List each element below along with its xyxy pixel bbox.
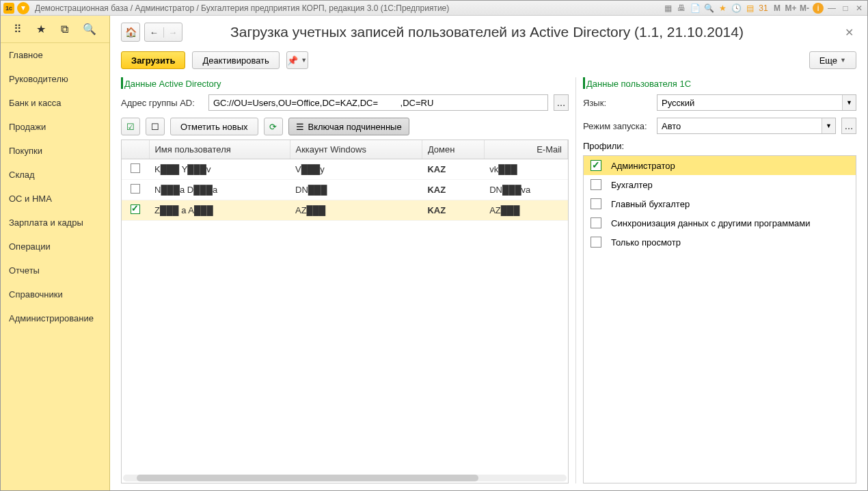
cell-domain: KAZ bbox=[422, 159, 484, 180]
settings-dropdown[interactable]: 📌▼ bbox=[286, 51, 308, 69]
mode-input[interactable] bbox=[657, 118, 822, 133]
lang-input[interactable] bbox=[657, 95, 842, 110]
sidebar-item-11[interactable]: Администрирование bbox=[1, 306, 109, 330]
sidebar-item-2[interactable]: Банк и касса bbox=[1, 91, 109, 115]
sidebar-toolbar: ⠿ ★ ⧉ 🔍 bbox=[1, 16, 109, 43]
refresh-button[interactable]: ⟳ bbox=[264, 118, 283, 135]
mode-combo[interactable]: ▼ bbox=[657, 118, 836, 134]
lang-combo[interactable]: ▼ bbox=[657, 94, 856, 111]
calc-icon[interactable]: ▤ bbox=[744, 3, 755, 14]
minimize-button[interactable]: — bbox=[826, 3, 837, 14]
profile-label: Бухгалтер bbox=[611, 180, 653, 190]
mode-picker[interactable]: … bbox=[841, 118, 856, 134]
close-window-button[interactable]: ✕ bbox=[854, 3, 865, 14]
profile-row[interactable]: Бухгалтер bbox=[584, 175, 856, 194]
window-title: Демонстрационная база / Администратор / … bbox=[35, 3, 662, 13]
profile-row[interactable]: Администратор bbox=[584, 156, 856, 175]
cell-user: K███ Y███v bbox=[149, 159, 290, 180]
ad-row[interactable]: N███a D███a DN███ KAZ DN███va bbox=[122, 180, 568, 200]
tool-icon-1[interactable]: ▦ bbox=[662, 3, 673, 14]
tool-icon-3[interactable]: 📄 bbox=[690, 3, 701, 14]
profiles-list[interactable]: Администратор Бухгалтер Главный бухгалте… bbox=[583, 155, 856, 483]
sidebar-item-1[interactable]: Руководителю bbox=[1, 67, 109, 91]
ad-users-grid[interactable]: Имя пользователя Аккаунт Windows Домен E… bbox=[121, 140, 569, 483]
more-button[interactable]: Еще ▼ bbox=[809, 51, 856, 69]
grid-hscroll[interactable] bbox=[123, 475, 567, 481]
favorite-icon[interactable]: ★ bbox=[717, 3, 728, 14]
sidebar-item-3[interactable]: Продажи bbox=[1, 115, 109, 139]
col-check[interactable] bbox=[122, 140, 149, 159]
ad-toolbar: ☑ ☐ Отметить новых ⟳ ☰ Включая подчиненн… bbox=[121, 118, 569, 135]
tool-icon-2[interactable]: 🖶 bbox=[676, 3, 687, 14]
lang-combo-arrow[interactable]: ▼ bbox=[842, 95, 856, 110]
search-icon[interactable]: 🔍 bbox=[83, 23, 96, 36]
profile-checkbox[interactable] bbox=[591, 179, 601, 190]
profile-row[interactable]: Синхронизация данных с другими программа… bbox=[584, 213, 856, 233]
calendar-icon[interactable]: 31 bbox=[758, 3, 769, 14]
row-checkbox[interactable] bbox=[131, 204, 140, 214]
content: 🏠 ← → Загрузка учетных записей пользоват… bbox=[110, 16, 867, 490]
sidebar-item-0[interactable]: Главное bbox=[1, 43, 109, 67]
include-sub-toggle[interactable]: ☰ Включая подчиненные bbox=[288, 118, 409, 135]
profile-row[interactable]: Только просмотр bbox=[584, 233, 856, 252]
sidebar-item-10[interactable]: Справочники bbox=[1, 282, 109, 306]
m-button[interactable]: M bbox=[772, 3, 783, 14]
sidebar: ⠿ ★ ⧉ 🔍 ГлавноеРуководителюБанк и кассаП… bbox=[1, 16, 110, 490]
user1c-section-title: Данные пользователя 1С bbox=[583, 77, 856, 89]
sidebar-item-5[interactable]: Склад bbox=[1, 163, 109, 187]
col-account[interactable]: Аккаунт Windows bbox=[290, 140, 422, 159]
star-icon[interactable]: ★ bbox=[36, 23, 46, 36]
mark-new-button[interactable]: Отметить новых bbox=[170, 118, 258, 135]
load-button[interactable]: Загрузить bbox=[121, 51, 185, 69]
sidebar-item-9[interactable]: Отчеты bbox=[1, 258, 109, 282]
col-user[interactable]: Имя пользователя bbox=[149, 140, 290, 159]
cell-user: Z███ a A███ bbox=[149, 200, 290, 221]
profiles-label: Профили: bbox=[583, 141, 856, 151]
row-checkbox[interactable] bbox=[131, 163, 140, 173]
check-all-button[interactable]: ☑ bbox=[121, 118, 140, 135]
cell-domain: KAZ bbox=[422, 180, 484, 200]
mplus-button[interactable]: M+ bbox=[785, 3, 796, 14]
profile-checkbox[interactable] bbox=[591, 160, 601, 171]
cell-account: V███y bbox=[290, 159, 422, 180]
profile-label: Синхронизация данных с другими программа… bbox=[611, 218, 811, 228]
col-domain[interactable]: Домен bbox=[422, 140, 484, 159]
profile-checkbox[interactable] bbox=[591, 237, 601, 248]
page-title: Загрузка учетных записей пользователей и… bbox=[132, 24, 842, 40]
col-email[interactable]: E-Mail bbox=[484, 140, 567, 159]
profile-label: Администратор bbox=[611, 161, 675, 171]
ad-address-picker[interactable]: … bbox=[554, 94, 569, 111]
uncheck-all-button[interactable]: ☐ bbox=[146, 118, 165, 135]
mminus-button[interactable]: M- bbox=[799, 3, 810, 14]
cell-email: AZ███ bbox=[484, 200, 567, 221]
ad-row[interactable]: K███ Y███v V███y KAZ vk███ bbox=[122, 159, 568, 180]
app-menu-dropdown[interactable]: ▼ bbox=[17, 2, 29, 14]
profile-label: Только просмотр bbox=[611, 237, 681, 248]
sidebar-item-4[interactable]: Покупки bbox=[1, 139, 109, 163]
ad-address-input[interactable] bbox=[208, 94, 548, 111]
tool-icon-4[interactable]: 🔍 bbox=[703, 3, 714, 14]
titlebar-toolbar: ▦ 🖶 📄 🔍 ★ 🕓 ▤ 31 M M+ M- i — □ ✕ bbox=[662, 3, 865, 14]
info-icon[interactable]: i bbox=[813, 3, 824, 14]
apps-icon[interactable]: ⠿ bbox=[14, 23, 22, 36]
maximize-button[interactable]: □ bbox=[840, 3, 851, 14]
user1c-panel: Данные пользователя 1С Язык: ▼ Режим зап… bbox=[576, 77, 856, 483]
history-icon[interactable]: 🕓 bbox=[731, 3, 742, 14]
cell-user: N███a D███a bbox=[149, 180, 290, 200]
sidebar-item-6[interactable]: ОС и НМА bbox=[1, 187, 109, 211]
sidebar-item-7[interactable]: Зарплата и кадры bbox=[1, 211, 109, 235]
profile-checkbox[interactable] bbox=[591, 217, 601, 228]
cell-account: DN███ bbox=[290, 180, 422, 200]
profile-row[interactable]: Главный бухгалтер bbox=[584, 194, 856, 213]
ad-section-title: Данные Active Directory bbox=[121, 77, 569, 89]
sidebar-item-8[interactable]: Операции bbox=[1, 235, 109, 258]
bookmark-icon[interactable]: ⧉ bbox=[61, 23, 68, 36]
ad-panel: Данные Active Directory Адрес группы AD:… bbox=[121, 77, 576, 483]
profile-checkbox[interactable] bbox=[591, 198, 601, 209]
mode-combo-arrow[interactable]: ▼ bbox=[822, 118, 835, 133]
mode-label: Режим запуска: bbox=[583, 121, 651, 131]
row-checkbox[interactable] bbox=[131, 184, 140, 194]
ad-row[interactable]: Z███ a A███ AZ███ KAZ AZ███ bbox=[122, 200, 568, 221]
close-tab-button[interactable]: ✕ bbox=[842, 26, 856, 39]
deactivate-button[interactable]: Деактивировать bbox=[192, 51, 279, 69]
